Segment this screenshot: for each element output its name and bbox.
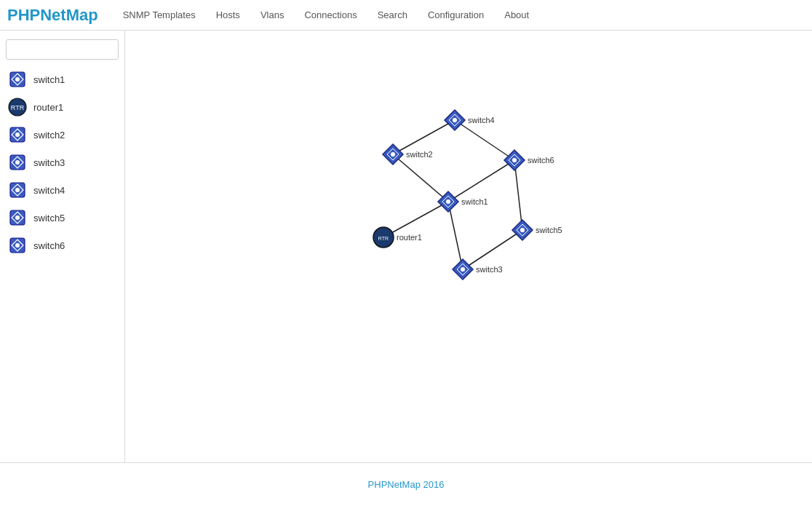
sidebar-item-switch2[interactable]: switch2: [0, 121, 124, 149]
node-label-switch3: switch3: [476, 265, 503, 274]
node-label-switch4: switch4: [468, 116, 495, 124]
map-area[interactable]: switch4switch2switch6switch1switch5RTRro…: [125, 31, 812, 462]
node-switch5[interactable]: switch5: [512, 220, 562, 240]
sidebar-item-switch1[interactable]: switch1: [0, 66, 124, 93]
navbar: PHPNetMap SNMP TemplatesHostsVlansConnec…: [0, 0, 812, 31]
nav-item-configuration: Configuration: [418, 0, 494, 31]
svg-point-16: [15, 216, 20, 220]
edge-switch6-switch5: [514, 160, 522, 230]
svg-point-2: [15, 77, 20, 82]
nav-link-snmp-templates[interactable]: SNMP Templates: [113, 0, 206, 31]
nav-link-search[interactable]: Search: [367, 0, 418, 31]
sidebar-item-label: switch5: [33, 213, 65, 224]
sidebar-item-label: switch1: [33, 74, 65, 85]
nav-link-about[interactable]: About: [494, 0, 539, 31]
switch-icon: [7, 152, 28, 173]
svg-point-25: [391, 152, 395, 157]
svg-point-19: [15, 243, 20, 248]
brand-logo[interactable]: PHPNetMap: [7, 6, 98, 25]
node-router1[interactable]: RTRrouter1: [373, 227, 422, 248]
sidebar-item-switch3[interactable]: switch3: [0, 149, 124, 176]
nav-item-hosts: Hosts: [206, 0, 250, 31]
nav-item-search: Search: [367, 0, 418, 31]
footer: PHPNetMap 2016: [0, 462, 812, 506]
nav-link-configuration[interactable]: Configuration: [418, 0, 494, 31]
node-label-switch5: switch5: [536, 226, 562, 234]
nav-item-about: About: [494, 0, 539, 31]
node-switch4[interactable]: switch4: [445, 110, 495, 130]
node-label-router1: router1: [397, 233, 422, 242]
sidebar-item-label: switch6: [33, 240, 65, 251]
router-icon: RTR: [7, 97, 28, 117]
sidebar-items-list: switch1 RTR router1 switch2 switch3 swit…: [0, 66, 124, 259]
node-switch3[interactable]: switch3: [453, 259, 503, 280]
svg-text:RTR: RTR: [11, 104, 25, 111]
sidebar-item-router1[interactable]: RTR router1: [0, 93, 124, 121]
nav-link-vlans[interactable]: Vlans: [250, 0, 295, 31]
edge-switch2-switch1: [393, 154, 448, 202]
main-container: 🔍 switch1 RTR router1 switch2 switch3 sw…: [0, 31, 812, 462]
edge-switch1-router1: [383, 202, 448, 237]
svg-point-34: [520, 228, 525, 232]
svg-point-31: [446, 199, 450, 204]
search-wrapper: 🔍: [6, 39, 119, 60]
search-box-container: 🔍: [0, 36, 124, 66]
nav-item-vlans: Vlans: [250, 0, 295, 31]
switch-icon: [7, 124, 28, 145]
sidebar: 🔍 switch1 RTR router1 switch2 switch3 sw…: [0, 31, 125, 462]
node-label-switch1: switch1: [461, 197, 488, 206]
nav-links: SNMP TemplatesHostsVlansConnectionsSearc…: [113, 0, 540, 31]
network-map: switch4switch2switch6switch1switch5RTRro…: [125, 31, 812, 462]
svg-point-13: [15, 188, 20, 192]
switch-icon: [7, 235, 28, 256]
sidebar-item-label: switch3: [33, 157, 65, 168]
nav-link-connections[interactable]: Connections: [294, 0, 367, 31]
sidebar-search-input[interactable]: [6, 39, 119, 60]
sidebar-item-label: router1: [33, 102, 63, 113]
switch-icon: [7, 207, 28, 228]
nav-item-snmp-templates: SNMP Templates: [113, 0, 206, 31]
footer-text: PHPNetMap 2016: [368, 479, 445, 490]
node-switch6[interactable]: switch6: [504, 150, 554, 170]
edge-switch6-switch1: [448, 160, 514, 202]
svg-point-39: [461, 267, 465, 272]
svg-point-22: [453, 118, 457, 122]
nav-item-connections: Connections: [294, 0, 367, 31]
node-label-switch2: switch2: [406, 150, 433, 159]
node-label-switch6: switch6: [528, 156, 554, 165]
svg-text:RTR: RTR: [378, 236, 389, 241]
sidebar-item-label: switch2: [33, 130, 65, 141]
svg-point-28: [512, 158, 517, 162]
sidebar-item-switch4[interactable]: switch4: [0, 176, 124, 204]
edge-switch5-switch3: [463, 230, 522, 269]
switch-icon: [7, 69, 28, 90]
edge-switch4-switch2: [393, 120, 455, 154]
edge-switch4-switch6: [455, 120, 514, 160]
node-switch2[interactable]: switch2: [383, 144, 433, 165]
sidebar-item-label: switch4: [33, 185, 65, 196]
nav-link-hosts[interactable]: Hosts: [206, 0, 250, 31]
edge-switch1-switch3: [448, 202, 463, 269]
svg-point-10: [15, 160, 20, 165]
node-switch1[interactable]: switch1: [438, 191, 488, 212]
switch-icon: [7, 180, 28, 200]
svg-point-7: [15, 133, 20, 137]
sidebar-item-switch6[interactable]: switch6: [0, 232, 124, 259]
sidebar-item-switch5[interactable]: switch5: [0, 204, 124, 232]
